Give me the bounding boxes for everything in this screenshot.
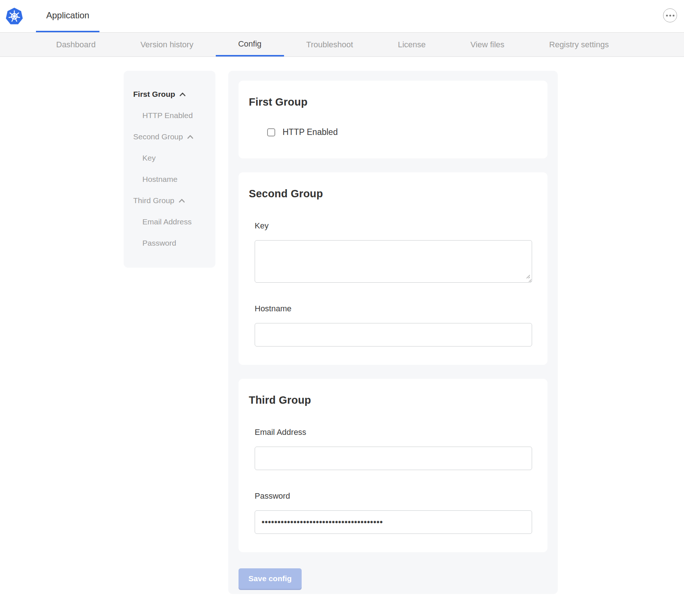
tab-config[interactable]: Config — [216, 33, 284, 56]
sidebar-item-key[interactable]: Key — [133, 147, 206, 169]
ellipsis-menu-button[interactable] — [663, 8, 677, 22]
config-panel: First Group HTTP Enabled Second Group Ke… — [228, 71, 558, 594]
sidebar-group-label: Second Group — [133, 132, 183, 141]
field-label: Key — [255, 221, 537, 231]
group-title: Third Group — [249, 394, 537, 406]
application-tab[interactable]: Application — [36, 0, 99, 32]
sidebar-item-label: Password — [142, 239, 176, 247]
app-nav-bar: Dashboard Version history Config Trouble… — [0, 32, 684, 57]
hostname-field: Hostname — [255, 304, 537, 346]
ellipsis-icon — [669, 15, 671, 16]
sidebar-group-first-group[interactable]: First Group — [133, 84, 206, 105]
config-sidebar: First Group HTTP Enabled Second Group Ke… — [124, 71, 215, 268]
field-label: Hostname — [255, 304, 537, 314]
key-textarea[interactable] — [255, 240, 532, 283]
password-field: Password — [255, 491, 537, 534]
sidebar-item-hostname[interactable]: Hostname — [133, 169, 206, 190]
sidebar-group-second-group[interactable]: Second Group — [133, 126, 206, 147]
sidebar-group-label: Third Group — [133, 196, 174, 205]
application-tab-label: Application — [46, 10, 89, 21]
sidebar-item-label: Hostname — [142, 175, 178, 184]
chevron-up-icon — [187, 135, 193, 139]
sidebar-item-password[interactable]: Password — [133, 232, 206, 254]
chevron-up-icon — [179, 92, 186, 96]
tab-dashboard[interactable]: Dashboard — [34, 33, 118, 56]
tab-license[interactable]: License — [375, 33, 448, 56]
http-enabled-field[interactable]: HTTP Enabled — [267, 127, 338, 137]
tab-view-files[interactable]: View files — [448, 33, 527, 56]
field-label: Email Address — [255, 428, 537, 437]
checkbox-label: HTTP Enabled — [283, 127, 338, 137]
config-group-card-first: First Group HTTP Enabled — [239, 81, 547, 158]
sidebar-group-label: First Group — [133, 90, 175, 99]
field-label: Password — [255, 491, 537, 501]
sidebar-item-label: Key — [142, 154, 156, 162]
ellipsis-icon — [666, 15, 668, 16]
ellipsis-icon — [673, 15, 674, 16]
sidebar-item-email-address[interactable]: Email Address — [133, 211, 206, 232]
chevron-up-icon — [179, 199, 185, 203]
sidebar-item-label: Email Address — [142, 217, 192, 226]
email-address-input[interactable] — [255, 447, 532, 470]
key-field: Key — [255, 221, 537, 283]
tab-registry-settings[interactable]: Registry settings — [527, 33, 632, 56]
kubernetes-logo-icon — [5, 7, 23, 25]
tab-troubleshoot[interactable]: Troubleshoot — [284, 33, 376, 56]
http-enabled-checkbox[interactable] — [267, 128, 275, 136]
top-bar: Application — [0, 0, 684, 32]
group-title: Second Group — [249, 188, 537, 200]
password-input[interactable] — [255, 510, 532, 534]
sidebar-item-http-enabled[interactable]: HTTP Enabled — [133, 105, 206, 126]
hostname-input[interactable] — [255, 323, 532, 346]
config-group-card-second: Second Group Key Hostname — [239, 172, 547, 365]
sidebar-item-label: HTTP Enabled — [142, 111, 193, 120]
sidebar-group-third-group[interactable]: Third Group — [133, 190, 206, 211]
save-config-button[interactable]: Save config — [239, 568, 302, 589]
group-title: First Group — [249, 96, 537, 108]
tab-version-history[interactable]: Version history — [118, 33, 216, 56]
email-address-field: Email Address — [255, 428, 537, 470]
config-group-card-third: Third Group Email Address Password — [239, 379, 547, 552]
